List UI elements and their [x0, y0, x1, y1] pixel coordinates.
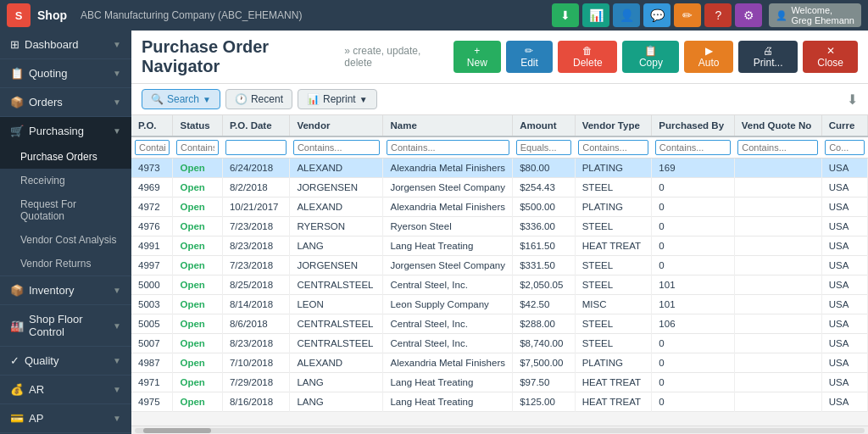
- dashboard-icon: ⊞: [10, 38, 19, 51]
- sidebar-item-vendor-returns[interactable]: Vendor Returns: [0, 252, 131, 275]
- cell-type: PLATING: [575, 353, 652, 373]
- table-row[interactable]: 4997 Open 7/23/2018 JORGENSEN Jorgensen …: [131, 256, 868, 275]
- sidebar-label-receiving: Receiving: [20, 175, 65, 186]
- sidebar-label-ar: AR: [29, 383, 113, 396]
- cell-type: STEEL: [575, 217, 652, 236]
- search-dropdown-icon: ▼: [203, 95, 211, 104]
- sidebar-item-quality[interactable]: ✓ Quality ▼: [0, 347, 131, 375]
- sidebar-item-shop-floor[interactable]: 🏭 Shop Floor Control ▼: [0, 305, 131, 346]
- cell-name: Central Steel, Inc.: [383, 334, 513, 353]
- cell-amount: $288.00: [513, 314, 575, 334]
- sidebar-label-vendor-cost: Vendor Cost Analysis: [20, 234, 116, 246]
- export-icon[interactable]: ⬇: [847, 92, 858, 108]
- cell-date: 8/6/2018: [222, 314, 289, 334]
- filter-vend-quote[interactable]: [737, 140, 818, 155]
- cell-date: 7/29/2018: [222, 373, 289, 392]
- cell-status: Open: [173, 275, 222, 295]
- table-row[interactable]: 5000 Open 8/25/2018 CENTRALSTEEL Central…: [131, 275, 868, 295]
- cell-po: 4972: [131, 198, 173, 217]
- sidebar-item-inventory[interactable]: 📦 Inventory ▼: [0, 276, 131, 304]
- table-row[interactable]: 4987 Open 7/10/2018 ALEXAND Alexandria M…: [131, 353, 868, 373]
- cell-vendor: ALEXAND: [290, 353, 383, 373]
- sidebar-item-purchase-orders[interactable]: Purchase Orders: [0, 145, 131, 169]
- table-row[interactable]: 4972 Open 10/21/2017 ALEXAND Alexandria …: [131, 198, 868, 217]
- filter-purchased-by[interactable]: [655, 140, 731, 155]
- cell-type: HEAT TREAT: [575, 373, 652, 392]
- edit-icon[interactable]: ✏: [674, 3, 701, 27]
- table-row[interactable]: 4969 Open 8/2/2018 JORGENSEN Jorgensen S…: [131, 178, 868, 198]
- cell-purchased-by: 0: [652, 217, 734, 236]
- cell-name: Central Steel, Inc.: [383, 275, 513, 295]
- filter-name[interactable]: [387, 140, 509, 155]
- table-row[interactable]: 4973 Open 6/24/2018 ALEXAND Alexandria M…: [131, 159, 868, 178]
- cell-po: 4976: [131, 217, 173, 236]
- auto-button[interactable]: ▶ Auto: [684, 41, 733, 73]
- filter-vendor-type[interactable]: [578, 140, 648, 155]
- ar-icon: 💰: [10, 383, 24, 396]
- help-icon[interactable]: ?: [704, 3, 732, 27]
- sidebar-item-quoting[interactable]: 📋 Quoting ▼: [0, 59, 131, 87]
- sidebar-item-ar[interactable]: 💰 AR ▼: [0, 376, 131, 403]
- sidebar-item-rfq[interactable]: Request For Quotation: [0, 192, 131, 228]
- horizontal-scrollbar[interactable]: [131, 426, 868, 434]
- chevron-icon: ▼: [113, 385, 121, 394]
- sidebar-label-purchasing: Purchasing: [29, 125, 113, 137]
- filter-amount[interactable]: [516, 140, 571, 155]
- cell-vqno: [734, 353, 821, 373]
- close-button[interactable]: ✕ Close: [803, 41, 858, 73]
- cell-vqno: [734, 217, 821, 236]
- download-icon[interactable]: ⬇: [552, 3, 579, 27]
- cell-status: Open: [173, 217, 222, 236]
- copy-button[interactable]: 📋 Copy: [622, 41, 679, 73]
- cell-po: 5007: [131, 334, 173, 353]
- sidebar-item-vendor-cost[interactable]: Vendor Cost Analysis: [0, 228, 131, 252]
- print-button[interactable]: 🖨 Print...: [738, 41, 798, 73]
- table-row[interactable]: 5005 Open 8/6/2018 CENTRALSTEEL Central …: [131, 314, 868, 334]
- scrollbar-thumb[interactable]: [143, 428, 211, 433]
- table-row[interactable]: 4971 Open 7/29/2018 LANG Lang Heat Treat…: [131, 373, 868, 392]
- sidebar-item-purchasing[interactable]: 🛒 Purchasing ▼: [0, 117, 131, 145]
- recent-button[interactable]: 🕐 Recent: [225, 89, 292, 109]
- settings-icon[interactable]: ⚙: [735, 3, 762, 27]
- edit-button[interactable]: ✏ Edit: [506, 41, 553, 73]
- table-row[interactable]: 4975 Open 8/16/2018 LANG Lang Heat Treat…: [131, 392, 868, 412]
- filter-curr[interactable]: [825, 140, 864, 155]
- table-row[interactable]: 5007 Open 8/23/2018 CENTRALSTEEL Central…: [131, 334, 868, 353]
- chevron-icon: ▼: [113, 126, 121, 136]
- sidebar-item-dashboard[interactable]: ⊞ Dashboard ▼: [0, 31, 131, 58]
- cell-date: 8/14/2018: [222, 295, 289, 314]
- table-row[interactable]: 4991 Open 8/23/2018 LANG Lang Heat Treat…: [131, 236, 868, 256]
- filter-row: [131, 136, 868, 159]
- filter-status[interactable]: [176, 140, 219, 155]
- chevron-icon: ▼: [113, 40, 121, 49]
- cell-vendor: RYERSON: [290, 217, 383, 236]
- quoting-icon: 📋: [10, 67, 24, 80]
- cell-type: PLATING: [575, 198, 652, 217]
- new-button[interactable]: + New: [453, 41, 501, 73]
- sidebar-item-ap[interactable]: 💳 AP ▼: [0, 404, 131, 432]
- recent-label: Recent: [251, 93, 283, 105]
- delete-button[interactable]: 🗑 Delete: [558, 41, 617, 73]
- user-menu[interactable]: 👤 Welcome,Greg Ehemann: [769, 3, 861, 27]
- chart-icon[interactable]: 📊: [582, 3, 609, 27]
- filter-date[interactable]: [225, 140, 286, 155]
- cell-purchased-by: 0: [652, 198, 734, 217]
- filter-vendor[interactable]: [293, 140, 380, 155]
- clock-icon: 🕐: [235, 93, 248, 105]
- search-label: Search: [167, 93, 199, 105]
- user-name: Welcome,Greg Ehemann: [791, 5, 854, 25]
- table-row[interactable]: 4976 Open 7/23/2018 RYERSON Ryerson Stee…: [131, 217, 868, 236]
- sidebar-item-orders[interactable]: 📦 Orders ▼: [0, 88, 131, 116]
- reprint-button[interactable]: 📊 Reprint ▼: [298, 89, 377, 109]
- page-subtitle: » create, update, delete: [344, 45, 443, 69]
- cell-vqno: [734, 256, 821, 275]
- chevron-icon: ▼: [113, 286, 121, 295]
- chevron-icon: ▼: [113, 69, 121, 78]
- chat-icon[interactable]: 💬: [643, 3, 670, 27]
- search-button[interactable]: 🔍 Search ▼: [142, 89, 220, 109]
- table-row[interactable]: 5003 Open 8/14/2018 LEON Leon Supply Com…: [131, 295, 868, 314]
- filter-po[interactable]: [135, 140, 170, 155]
- cell-date: 8/2/2018: [222, 178, 289, 198]
- sidebar-item-receiving[interactable]: Receiving: [0, 169, 131, 192]
- users-icon[interactable]: 👤: [613, 3, 640, 27]
